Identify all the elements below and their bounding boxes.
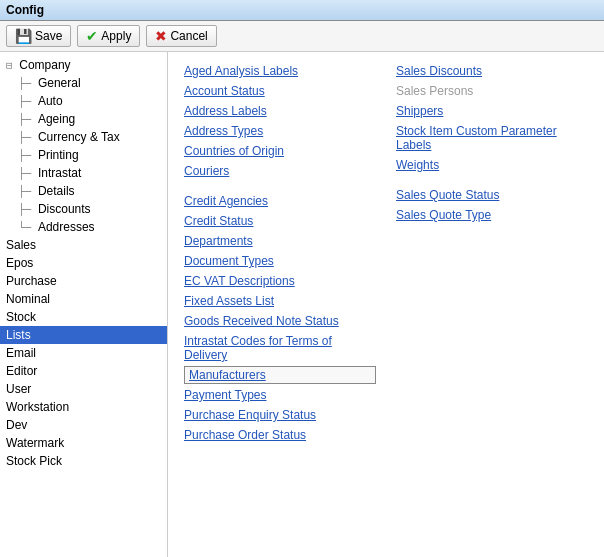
- sidebar-item-ageing[interactable]: ├─ Ageing: [0, 110, 167, 128]
- sidebar-item-stock-pick[interactable]: Stock Pick: [0, 452, 167, 470]
- sidebar-label-auto: Auto: [38, 94, 63, 108]
- sidebar-item-printing[interactable]: ├─ Printing: [0, 146, 167, 164]
- tree-prefix-discounts: ├─: [18, 203, 38, 216]
- sidebar-item-stock[interactable]: Stock: [0, 308, 167, 326]
- sidebar-item-nominal[interactable]: Nominal: [0, 290, 167, 308]
- sidebar-item-discounts[interactable]: ├─ Discounts: [0, 200, 167, 218]
- sidebar-item-intrastat[interactable]: ├─ Intrastat: [0, 164, 167, 182]
- link-sales-discounts[interactable]: Sales Discounts: [396, 62, 588, 80]
- main-area: ⊟ Company├─ General├─ Auto├─ Ageing├─ Cu…: [0, 52, 604, 557]
- link-payment-types[interactable]: Payment Types: [184, 386, 376, 404]
- sidebar-label-watermark: Watermark: [6, 436, 64, 450]
- sidebar-item-workstation[interactable]: Workstation: [0, 398, 167, 416]
- link-purchase-order-status[interactable]: Purchase Order Status: [184, 426, 376, 444]
- title-label: Config: [6, 3, 44, 17]
- spacer: [396, 176, 588, 184]
- tree-prefix-printing: ├─: [18, 149, 38, 162]
- sidebar-label-dev: Dev: [6, 418, 27, 432]
- sidebar-label-user: User: [6, 382, 31, 396]
- sidebar-label-intrastat: Intrastat: [38, 166, 81, 180]
- content-area: Aged Analysis LabelsAccount StatusAddres…: [168, 52, 604, 557]
- sidebar-item-sales[interactable]: Sales: [0, 236, 167, 254]
- tree-prefix-details: ├─: [18, 185, 38, 198]
- sidebar-item-watermark[interactable]: Watermark: [0, 434, 167, 452]
- content-columns: Aged Analysis LabelsAccount StatusAddres…: [184, 62, 588, 444]
- tree-prefix-auto: ├─: [18, 95, 38, 108]
- tree-prefix-currency-tax: ├─: [18, 131, 38, 144]
- sidebar-label-workstation: Workstation: [6, 400, 69, 414]
- sidebar-label-editor: Editor: [6, 364, 37, 378]
- link-goods-received-note-status[interactable]: Goods Received Note Status: [184, 312, 376, 330]
- link-sales-quote-type[interactable]: Sales Quote Type: [396, 206, 588, 224]
- link-stock-item-custom[interactable]: Stock Item Custom Parameter Labels: [396, 122, 588, 154]
- link-couriers[interactable]: Couriers: [184, 162, 376, 180]
- sidebar-label-printing: Printing: [38, 148, 79, 162]
- sidebar-label-stock-pick: Stock Pick: [6, 454, 62, 468]
- sidebar-label-general: General: [38, 76, 81, 90]
- sidebar-item-dev[interactable]: Dev: [0, 416, 167, 434]
- link-shippers[interactable]: Shippers: [396, 102, 588, 120]
- left-column: Aged Analysis LabelsAccount StatusAddres…: [184, 62, 376, 444]
- sidebar-item-purchase[interactable]: Purchase: [0, 272, 167, 290]
- cancel-label: Cancel: [170, 29, 207, 43]
- sidebar-label-discounts: Discounts: [38, 202, 91, 216]
- cancel-icon: ✖: [155, 28, 167, 44]
- sidebar-label-currency-tax: Currency & Tax: [38, 130, 120, 144]
- link-weights[interactable]: Weights: [396, 156, 588, 174]
- save-icon: 💾: [15, 28, 32, 44]
- sidebar-item-details[interactable]: ├─ Details: [0, 182, 167, 200]
- sidebar-item-auto[interactable]: ├─ Auto: [0, 92, 167, 110]
- link-departments[interactable]: Departments: [184, 232, 376, 250]
- link-purchase-enquiry-status[interactable]: Purchase Enquiry Status: [184, 406, 376, 424]
- tree-prefix-addresses: └─: [18, 221, 38, 234]
- save-label: Save: [35, 29, 62, 43]
- sidebar-item-editor[interactable]: Editor: [0, 362, 167, 380]
- title-bar: Config: [0, 0, 604, 21]
- link-account-status[interactable]: Account Status: [184, 82, 376, 100]
- link-sales-quote-status[interactable]: Sales Quote Status: [396, 186, 588, 204]
- sidebar-item-epos[interactable]: Epos: [0, 254, 167, 272]
- sidebar-item-email[interactable]: Email: [0, 344, 167, 362]
- sidebar-label-ageing: Ageing: [38, 112, 75, 126]
- link-fixed-assets-list[interactable]: Fixed Assets List: [184, 292, 376, 310]
- right-column: Sales DiscountsSales PersonsShippersStoc…: [396, 62, 588, 444]
- sidebar-item-general[interactable]: ├─ General: [0, 74, 167, 92]
- tree-prefix-company: ⊟: [6, 59, 19, 72]
- sidebar-label-company: Company: [19, 58, 70, 72]
- toolbar: 💾 Save ✔ Apply ✖ Cancel: [0, 21, 604, 52]
- spacer: [184, 182, 376, 190]
- link-ec-vat-descriptions[interactable]: EC VAT Descriptions: [184, 272, 376, 290]
- apply-icon: ✔: [86, 28, 98, 44]
- sidebar-label-epos: Epos: [6, 256, 33, 270]
- sidebar-item-addresses[interactable]: └─ Addresses: [0, 218, 167, 236]
- link-intrastat-codes[interactable]: Intrastat Codes for Terms of Delivery: [184, 332, 376, 364]
- link-aged-analysis-labels[interactable]: Aged Analysis Labels: [184, 62, 376, 80]
- link-credit-status[interactable]: Credit Status: [184, 212, 376, 230]
- save-button[interactable]: 💾 Save: [6, 25, 71, 47]
- sidebar-label-purchase: Purchase: [6, 274, 57, 288]
- cancel-button[interactable]: ✖ Cancel: [146, 25, 216, 47]
- link-countries-of-origin[interactable]: Countries of Origin: [184, 142, 376, 160]
- sidebar-label-sales: Sales: [6, 238, 36, 252]
- link-manufacturers[interactable]: Manufacturers: [184, 366, 376, 384]
- sidebar-item-company[interactable]: ⊟ Company: [0, 56, 167, 74]
- sidebar-item-currency-tax[interactable]: ├─ Currency & Tax: [0, 128, 167, 146]
- sidebar: ⊟ Company├─ General├─ Auto├─ Ageing├─ Cu…: [0, 52, 168, 557]
- link-address-labels[interactable]: Address Labels: [184, 102, 376, 120]
- sidebar-label-stock: Stock: [6, 310, 36, 324]
- sidebar-label-addresses: Addresses: [38, 220, 95, 234]
- link-sales-persons: Sales Persons: [396, 82, 588, 100]
- link-address-types[interactable]: Address Types: [184, 122, 376, 140]
- link-document-types[interactable]: Document Types: [184, 252, 376, 270]
- tree-prefix-general: ├─: [18, 77, 38, 90]
- sidebar-label-details: Details: [38, 184, 75, 198]
- sidebar-label-nominal: Nominal: [6, 292, 50, 306]
- sidebar-item-lists[interactable]: Lists: [0, 326, 167, 344]
- sidebar-item-user[interactable]: User: [0, 380, 167, 398]
- tree-prefix-ageing: ├─: [18, 113, 38, 126]
- sidebar-label-email: Email: [6, 346, 36, 360]
- apply-label: Apply: [101, 29, 131, 43]
- link-credit-agencies[interactable]: Credit Agencies: [184, 192, 376, 210]
- apply-button[interactable]: ✔ Apply: [77, 25, 140, 47]
- sidebar-label-lists: Lists: [6, 328, 31, 342]
